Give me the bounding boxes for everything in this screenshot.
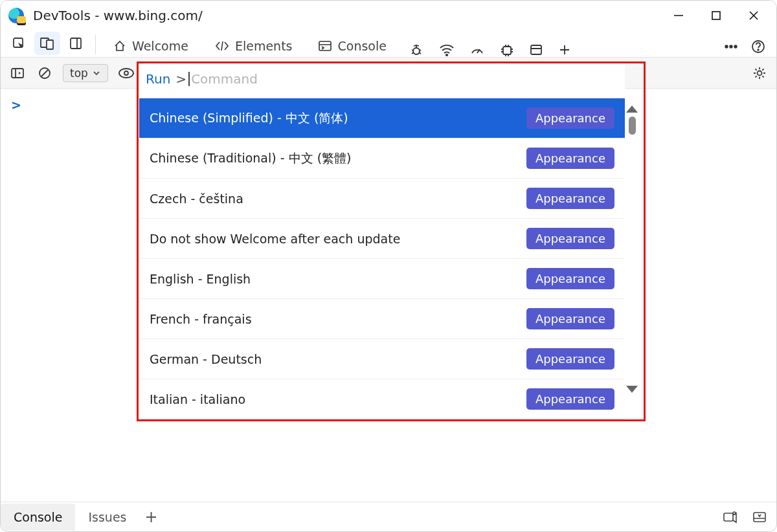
command-item-category: Appearance bbox=[526, 268, 614, 289]
command-item[interactable]: Chinese (Simplified) - 中文 (简体)Appearance bbox=[139, 98, 625, 139]
dock-side-icon[interactable] bbox=[63, 32, 89, 55]
command-item-label: Czech - čeština bbox=[150, 192, 243, 206]
svg-point-42 bbox=[124, 71, 128, 75]
svg-point-41 bbox=[119, 69, 133, 78]
command-item-category: Appearance bbox=[526, 348, 614, 370]
drawer-tab-console[interactable]: Console bbox=[1, 504, 75, 531]
performance-icon[interactable] bbox=[469, 43, 485, 57]
command-palette: Run > Command Chinese (Simplified) - 中文 … bbox=[139, 63, 625, 419]
drawer-tabbar: Console Issues + bbox=[1, 502, 776, 531]
inspect-element-icon[interactable] bbox=[6, 32, 32, 55]
command-item[interactable]: Italian - italianoAppearance bbox=[139, 379, 625, 419]
svg-line-13 bbox=[412, 50, 414, 50]
svg-point-36 bbox=[758, 49, 759, 50]
svg-point-34 bbox=[734, 45, 737, 48]
svg-point-33 bbox=[730, 45, 732, 48]
tab-elements[interactable]: Elements bbox=[214, 39, 293, 57]
tab-welcome-label: Welcome bbox=[132, 39, 188, 53]
command-item-category: Appearance bbox=[526, 107, 614, 129]
command-item-label: German - Deutsch bbox=[150, 352, 262, 366]
context-selector[interactable]: top bbox=[63, 64, 108, 82]
command-item-category: Appearance bbox=[526, 148, 614, 169]
clear-console-icon[interactable] bbox=[36, 64, 54, 82]
command-item[interactable]: French - françaisAppearance bbox=[139, 299, 625, 339]
window-title: DevTools - www.bing.com/ bbox=[33, 8, 203, 23]
command-item[interactable]: English - EnglishAppearance bbox=[139, 259, 625, 299]
svg-point-45 bbox=[733, 512, 736, 515]
app-icon bbox=[8, 8, 24, 23]
tab-elements-label: Elements bbox=[235, 39, 293, 53]
toggle-sidebar-icon[interactable] bbox=[8, 64, 27, 82]
svg-point-43 bbox=[758, 71, 762, 75]
scroll-down-icon[interactable] bbox=[626, 386, 638, 393]
command-item-label: Chinese (Simplified) - 中文 (简体) bbox=[150, 110, 348, 127]
dock-drawer-icon[interactable] bbox=[752, 510, 767, 524]
command-item-label: Italian - italiano bbox=[150, 392, 245, 406]
svg-rect-37 bbox=[12, 69, 23, 78]
svg-rect-6 bbox=[47, 40, 53, 49]
text-cursor bbox=[188, 72, 190, 86]
maximize-button[interactable] bbox=[697, 1, 735, 30]
command-item-label: Do not show Welcome after each update bbox=[150, 232, 400, 246]
svg-rect-9 bbox=[319, 41, 331, 50]
console-icon bbox=[318, 39, 332, 52]
application-icon[interactable] bbox=[529, 43, 543, 57]
command-item[interactable]: Do not show Welcome after each updateApp… bbox=[139, 219, 625, 259]
code-icon bbox=[214, 39, 230, 52]
command-item[interactable]: Czech - češtinaAppearance bbox=[139, 179, 625, 219]
command-item-category: Appearance bbox=[526, 308, 614, 329]
svg-rect-44 bbox=[724, 513, 733, 521]
network-icon[interactable] bbox=[438, 43, 455, 57]
console-prompt-caret[interactable]: > bbox=[11, 98, 21, 112]
svg-point-32 bbox=[725, 45, 728, 48]
palette-scrollbar[interactable] bbox=[626, 105, 642, 384]
svg-line-40 bbox=[41, 70, 48, 76]
context-selector-label: top bbox=[70, 67, 88, 80]
command-item-category: Appearance bbox=[526, 388, 614, 410]
memory-chip-icon[interactable] bbox=[499, 43, 515, 57]
command-list: Chinese (Simplified) - 中文 (简体)Appearance… bbox=[139, 98, 625, 419]
svg-point-17 bbox=[446, 54, 447, 56]
device-emulation-icon[interactable] bbox=[34, 32, 60, 55]
titlebar: DevTools - www.bing.com/ bbox=[1, 1, 776, 30]
help-icon[interactable] bbox=[750, 39, 766, 54]
add-tab-icon[interactable] bbox=[557, 43, 572, 57]
tabbar: Welcome Elements Console bbox=[1, 30, 776, 58]
tab-welcome[interactable]: Welcome bbox=[113, 39, 188, 57]
svg-rect-19 bbox=[503, 47, 511, 54]
command-item-label: Chinese (Traditional) - 中文 (繁體) bbox=[150, 150, 352, 167]
drawer-tab-issues[interactable]: Issues bbox=[75, 504, 139, 531]
close-button[interactable] bbox=[735, 1, 772, 30]
whats-new-icon[interactable] bbox=[722, 510, 739, 524]
run-label: Run bbox=[146, 71, 170, 87]
bug-icon[interactable] bbox=[409, 43, 424, 57]
prompt-prefix: > bbox=[175, 71, 186, 87]
scroll-thumb[interactable] bbox=[629, 116, 636, 135]
command-item-category: Appearance bbox=[526, 228, 614, 249]
svg-line-14 bbox=[419, 50, 421, 50]
command-item-label: English - English bbox=[150, 272, 251, 286]
command-input-row[interactable]: Run > Command bbox=[139, 63, 625, 95]
command-item-label: French - français bbox=[150, 312, 252, 326]
command-item[interactable]: German - DeutschAppearance bbox=[139, 339, 625, 379]
tab-console[interactable]: Console bbox=[318, 39, 386, 57]
console-settings-icon[interactable] bbox=[750, 64, 769, 82]
drawer-add-tab-icon[interactable]: + bbox=[144, 508, 157, 526]
tab-console-label: Console bbox=[337, 39, 386, 53]
command-placeholder: Command bbox=[191, 71, 258, 87]
svg-point-11 bbox=[413, 48, 420, 54]
home-icon bbox=[113, 39, 127, 53]
minimize-button[interactable] bbox=[660, 1, 697, 30]
chevron-down-icon bbox=[92, 69, 101, 78]
svg-rect-1 bbox=[712, 12, 720, 19]
command-item[interactable]: Chinese (Traditional) - 中文 (繁體)Appearanc… bbox=[139, 139, 625, 179]
svg-rect-28 bbox=[531, 45, 541, 54]
more-icon[interactable] bbox=[723, 39, 739, 54]
scroll-up-icon[interactable] bbox=[626, 105, 638, 113]
console-main: > Run > Command Chinese (Simplified) - 中… bbox=[1, 89, 776, 502]
command-item-category: Appearance bbox=[526, 188, 614, 209]
svg-rect-7 bbox=[71, 38, 81, 49]
live-expression-icon[interactable] bbox=[117, 64, 135, 82]
